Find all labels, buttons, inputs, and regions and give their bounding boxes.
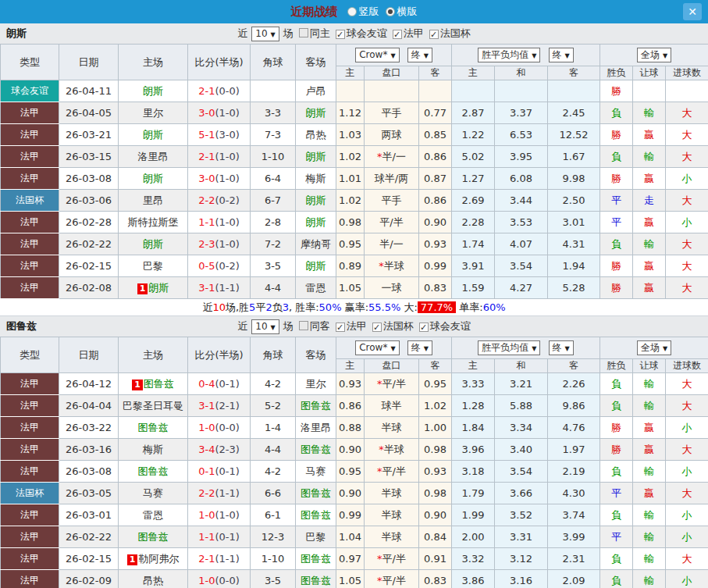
cell-odds-home: 0.95 (336, 233, 365, 255)
full-time-score: 2-2 (198, 194, 215, 206)
full-time-score: 0-1 (198, 465, 215, 477)
match-count-select[interactable]: 10▼ (251, 319, 279, 334)
cell-home-team: 巴黎 (119, 255, 188, 277)
col-header-type: 类型 (1, 45, 59, 80)
subheader-odds-home: 主 (336, 359, 365, 373)
cell-date: 26-02-08 (59, 277, 119, 299)
table-row: 法甲 26-02-09 昂热 1-0(0-0) 3-5 图鲁兹 1.05 *平/… (1, 570, 708, 588)
home-team-name: 巴黎圣日耳曼 (123, 400, 183, 412)
record-summary-lens: 近10场,胜5平2负3, 胜率:50% 赢率:55.5% 大:77.7% 单率:… (0, 299, 708, 316)
handicap-line: 半球 (382, 422, 402, 433)
cell-competition: 法甲 (1, 461, 59, 483)
home-team-name: 朗斯 (143, 85, 163, 97)
checked-checkbox[interactable]: ✓ (419, 323, 429, 332)
average-select[interactable]: 胜平负均值▼ (478, 48, 540, 62)
match-count-select[interactable]: 10▼ (251, 27, 279, 41)
horizontal-layout-label: 横版 (397, 5, 418, 19)
odds-stage-select[interactable]: 终▼ (407, 48, 432, 62)
handicap-line: 半球 (384, 260, 404, 272)
checkbox-label: 法甲 (404, 27, 424, 39)
bookmaker-select[interactable]: Crow*▼ (355, 48, 399, 62)
scope-select[interactable]: 全场▼ (637, 48, 671, 62)
cell-away-team: 朗斯 (296, 255, 336, 277)
checked-checkbox[interactable]: ✓ (372, 323, 382, 332)
cell-handicap-result: 贏 (633, 212, 666, 233)
col-header-home: 主场 (119, 45, 188, 80)
cell-avg-away: 4.30 (548, 483, 600, 504)
average-stage-select[interactable]: 终▼ (549, 48, 574, 62)
cell-corners: 6-4 (251, 168, 296, 190)
cell-result: 負 (600, 373, 633, 395)
table-row: 球会友谊 26-04-11 朗斯 2-1(0-0) 卢昂 勝 (1, 80, 708, 102)
cell-result: 負 (600, 548, 633, 570)
cell-avg-home: 3.33 (452, 373, 495, 395)
cell-avg-away: 2.31 (548, 548, 600, 570)
cell-away-team: 图鲁兹 (296, 439, 336, 461)
cell-handicap-result: 贏 (633, 483, 666, 504)
cell-home-team: 洛里昂 (119, 146, 188, 168)
cell-avg-draw: 3.40 (495, 439, 548, 461)
vertical-layout-radio[interactable] (347, 7, 357, 16)
filter-checkboxes-lens: 同主✓球会友谊✓法甲✓法国杯 (294, 27, 471, 41)
scope-select-cell: 全场▼ (600, 337, 708, 359)
away-team-name: 图鲁兹 (301, 575, 331, 586)
horizontal-layout-radio[interactable] (386, 7, 395, 16)
close-icon[interactable]: ✕ (683, 3, 702, 20)
unchecked-checkbox[interactable] (299, 28, 308, 37)
checked-checkbox[interactable]: ✓ (429, 30, 439, 39)
popup-title: 近期战绩 (291, 5, 338, 20)
chevron-down-icon: ▼ (663, 345, 667, 352)
cell-handicap-line: *半/一 (365, 146, 419, 168)
cell-odds-away (419, 80, 452, 102)
cell-goals-overunder: 小 (666, 417, 708, 439)
checked-checkbox[interactable]: ✓ (393, 30, 402, 39)
checked-checkbox[interactable]: ✓ (336, 323, 345, 332)
checkbox-label: 法甲 (347, 320, 367, 332)
cell-handicap-line: 半球 (365, 526, 419, 548)
cell-date: 26-02-15 (59, 255, 119, 277)
away-team-name: 朗斯 (306, 216, 326, 228)
checked-checkbox[interactable]: ✓ (336, 30, 345, 39)
cell-handicap-line: 半球 (365, 504, 419, 526)
half-time-score: (0-0) (215, 575, 239, 586)
col-header-date: 日期 (59, 45, 119, 80)
home-team-name: 巴黎 (143, 260, 163, 272)
cell-corners: 12-3 (251, 526, 296, 548)
unchecked-checkbox[interactable] (299, 321, 308, 330)
average-select[interactable]: 胜平负均值▼ (478, 340, 540, 355)
scope-select[interactable]: 全场▼ (637, 340, 671, 355)
cell-result: 負 (600, 570, 633, 588)
cell-home-team: 朗斯 (119, 233, 188, 255)
away-team-name: 朗斯 (306, 107, 326, 119)
cell-competition: 法甲 (1, 548, 59, 570)
average-stage-select[interactable]: 终▼ (549, 340, 574, 355)
games-label: 场 (283, 27, 294, 41)
cell-handicap-result: 輸 (633, 526, 666, 548)
cell-avg-away: 2.19 (548, 461, 600, 483)
cell-score: 0-1(0-1) (188, 461, 251, 483)
cell-score: 3-0(1-0) (188, 102, 251, 124)
odds-stage-select[interactable]: 终▼ (407, 340, 432, 355)
filter-checkboxes-toulouse: 同客✓法甲✓法国杯✓球会友谊 (294, 319, 471, 333)
cell-corners: 4-2 (251, 373, 296, 395)
cell-avg-away: 5.28 (548, 277, 600, 299)
cell-corners: 6-1 (251, 504, 296, 526)
cell-handicap-result: 輸 (633, 233, 666, 255)
subheader-odds-away: 客 (419, 359, 452, 373)
cell-corners: 6-6 (251, 483, 296, 504)
subheader-odds-away: 客 (419, 66, 452, 80)
cell-avg-home: 2.69 (452, 190, 495, 212)
handicap-line: 平/半 (382, 378, 406, 390)
bookmaker-select[interactable]: Crow*▼ (355, 340, 399, 355)
chevron-down-icon: ▼ (532, 345, 536, 352)
cell-home-team: 斯特拉斯堡 (119, 212, 188, 233)
away-team-name: 巴黎 (306, 531, 326, 543)
table-row: 法甲 26-02-08 1朗斯 3-1(1-1) 4-4 雷恩 1.05 一球 … (1, 277, 708, 299)
cell-score: 1-0(1-0) (188, 504, 251, 526)
subheader-result: 胜负 (600, 66, 633, 80)
cell-handicap-result: 贏 (633, 277, 666, 299)
cell-odds-home: 1.03 (336, 124, 365, 146)
col-header-away: 客场 (296, 337, 336, 373)
cell-avg-draw: 3.37 (495, 102, 548, 124)
cell-handicap-result: 贏 (633, 439, 666, 461)
